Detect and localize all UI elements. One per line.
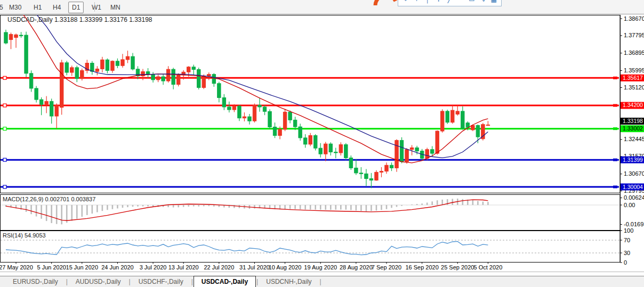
symbol-tab-bar: EURUSD-,Daily|AUDUSD-,Daily|USDCHF-,Dail… xyxy=(0,276,644,287)
date-label: 15 Jun 2020 xyxy=(66,264,99,270)
svg-text:1.35617: 1.35617 xyxy=(623,75,643,81)
tab-usdcnhdaily[interactable]: USDCNH-,Daily xyxy=(259,276,319,287)
line-handle[interactable] xyxy=(3,185,6,188)
broker-logo xyxy=(372,0,401,6)
date-label: 7 Sep 2020 xyxy=(372,264,401,270)
price-badge-1.30004: 1.30004 xyxy=(621,184,644,191)
top-right-toolbar: ⌖+│T╱—▭∿▦ xyxy=(372,0,505,6)
candle xyxy=(405,148,408,163)
svg-text:1.33198: 1.33198 xyxy=(623,118,643,124)
price-tick: 1.30670 xyxy=(624,170,644,177)
text-icon[interactable]: T xyxy=(436,0,442,3)
date-label: 25 Sep 2020 xyxy=(441,264,474,270)
timeframe-button-m30[interactable]: M30 xyxy=(5,2,25,13)
chart-area: 1.386701.377951.368951.359951.351201.333… xyxy=(0,15,644,276)
price-axis[interactable]: 1.386701.377951.368951.359951.351201.333… xyxy=(620,15,644,266)
date-label: 22 Jul 2020 xyxy=(204,264,234,270)
timeframe-button-h4[interactable]: H4 xyxy=(49,2,65,13)
timeframe-button-d1[interactable]: D1 xyxy=(68,2,84,13)
channel-icon[interactable]: ▭ xyxy=(469,0,475,3)
price-badge-1.33002: 1.33002 xyxy=(621,125,644,132)
panel-borders xyxy=(0,15,644,272)
fibo-icon[interactable]: ∿ xyxy=(480,0,486,3)
candle xyxy=(349,155,352,170)
timeframe-toolbar: 5M30H1H4D1W1MN xyxy=(0,0,644,14)
cursor-icon[interactable]: ⌖ xyxy=(402,0,409,3)
line-handle[interactable] xyxy=(3,127,6,130)
date-label: 27 May 2020 xyxy=(0,264,33,270)
price-badge-1.35617: 1.35617 xyxy=(621,75,644,81)
tab-audusddaily[interactable]: AUDUSD-,Daily xyxy=(68,276,128,287)
macd-axis-tick: -0.016933 xyxy=(624,221,644,227)
timeframe-button-w1[interactable]: W1 xyxy=(88,2,105,13)
date-label: 31 Jul 2020 xyxy=(239,264,270,270)
date-axis[interactable]: 27 May 20205 Jun 202015 Jun 202024 Jun 2… xyxy=(0,263,502,271)
price-tick: 1.35995 xyxy=(624,67,644,73)
date-label: 5 Jun 2020 xyxy=(37,264,66,270)
candle xyxy=(60,60,63,114)
svg-text:1.30004: 1.30004 xyxy=(623,184,643,190)
line-handle[interactable] xyxy=(3,76,6,79)
line-handle[interactable] xyxy=(3,104,6,107)
line-end-marker xyxy=(613,127,617,130)
candle xyxy=(197,68,200,89)
price-tick: 1.38670 xyxy=(624,15,644,22)
date-label: 28 Aug 2020 xyxy=(340,264,373,270)
toolbar-separator xyxy=(94,2,95,12)
macd-axis-tick: 0.00 xyxy=(624,202,635,208)
date-label: 24 Jun 2020 xyxy=(101,264,134,270)
candle xyxy=(80,69,84,81)
candle xyxy=(446,110,449,124)
date-label: 3 Jul 2020 xyxy=(140,264,167,270)
candle xyxy=(441,109,444,133)
line-end-marker xyxy=(613,77,617,79)
current-price-badge: 1.33198 xyxy=(621,118,644,125)
candle xyxy=(268,109,271,129)
line-handle[interactable] xyxy=(3,158,6,161)
tab-separator: | xyxy=(319,278,322,285)
hline-icon[interactable]: — xyxy=(457,0,464,3)
rsi-axis-tick: 30 xyxy=(624,250,630,256)
date-label: 10 Aug 2020 xyxy=(269,264,302,270)
macd-label: MACD(12,26,9) 0.002701 0.003837 xyxy=(3,196,95,202)
tab-usdcaddaily[interactable]: USDCAD-,Daily xyxy=(194,276,256,287)
tab-usdchfdaily[interactable]: USDCHF-,Daily xyxy=(131,276,191,287)
price-badge-1.34200: 1.34200 xyxy=(621,102,644,109)
svg-text:1.33002: 1.33002 xyxy=(623,125,643,132)
price-tick: 1.35120 xyxy=(624,84,644,91)
candle xyxy=(314,134,317,151)
date-label: 13 Jul 2020 xyxy=(168,264,199,270)
chart-title: USDCAD-,Daily 1.33188 1.33399 1.33176 1.… xyxy=(7,16,152,23)
price-tick: 1.36895 xyxy=(624,50,644,56)
line-end-marker xyxy=(613,186,617,188)
rsi-label: RSI(14) 54.9053 xyxy=(3,232,46,239)
candle xyxy=(395,139,398,171)
line-end-marker xyxy=(613,159,617,161)
tab-eurusddaily[interactable]: EURUSD-,Daily xyxy=(5,276,66,287)
shapes-icon[interactable]: ▦ xyxy=(490,0,497,3)
candle xyxy=(481,123,485,141)
price-tick: 1.32445 xyxy=(624,136,644,142)
drawing-tools-box: ⌖+│T╱—▭∿▦ xyxy=(398,0,502,6)
timeframe-button-h1[interactable]: H1 xyxy=(30,2,45,13)
line-end-marker xyxy=(613,104,617,106)
price-badge-1.31399: 1.31399 xyxy=(621,157,644,163)
crosshair-icon[interactable]: + xyxy=(414,0,420,3)
candle xyxy=(253,103,256,122)
rsi-axis-tick: 0 xyxy=(624,259,627,266)
candle xyxy=(283,109,286,132)
macd-axis-tick: 0.006245 xyxy=(624,194,644,201)
rsi-axis-tick: 70 xyxy=(624,237,630,243)
candle xyxy=(344,143,348,160)
timeframe-button-mn[interactable]: MN xyxy=(107,2,124,13)
svg-text:1.34200: 1.34200 xyxy=(623,102,643,108)
trading-terminal-window: 5M30H1H4D1W1MN ⌖+│T╱—▭∿▦ 1.386701.377951… xyxy=(0,0,644,287)
vline-icon[interactable]: │ xyxy=(424,0,431,3)
rsi-axis-tick: 100 xyxy=(624,227,633,234)
date-label: 16 Sep 2020 xyxy=(405,264,438,270)
svg-text:1.31399: 1.31399 xyxy=(623,157,643,163)
candle xyxy=(25,31,28,77)
trendline-icon[interactable]: ╱ xyxy=(447,0,453,3)
candle xyxy=(436,130,439,155)
price-tick: 1.37795 xyxy=(624,32,644,38)
